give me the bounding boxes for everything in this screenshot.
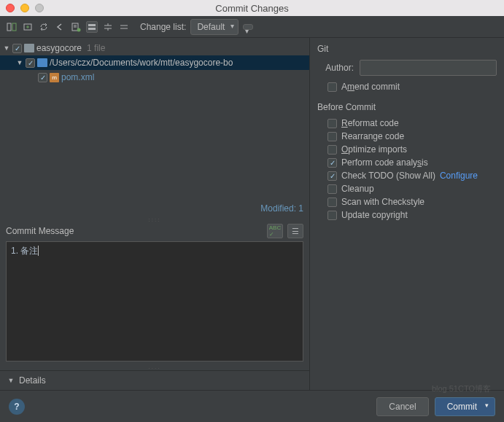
author-input[interactable] <box>360 60 497 76</box>
move-to-changelist-icon[interactable] <box>22 21 34 33</box>
before-commit-option[interactable]: Reformat code <box>327 118 497 128</box>
refresh-icon[interactable] <box>38 21 50 33</box>
amend-commit-label: Amend commit <box>341 82 400 92</box>
commit-message-input[interactable]: 1. 备注 <box>6 241 303 362</box>
checkbox[interactable] <box>26 58 35 68</box>
checkbox[interactable] <box>327 211 337 220</box>
collapse-all-icon[interactable] <box>118 21 130 33</box>
before-commit-option[interactable]: Rearrange code <box>327 131 497 141</box>
chevron-down-icon: ▼ <box>7 377 15 384</box>
modified-count: Modified: 1 <box>0 200 309 216</box>
details-toggle[interactable]: ▼ Details <box>0 370 309 390</box>
tree-path-row[interactable]: ▼ /Users/czx/Documents/work/mtt/easygoco… <box>0 55 309 70</box>
checkbox[interactable] <box>327 145 337 155</box>
tree-label: pom.xml <box>61 72 94 82</box>
toolbar: Change list: Default <box>0 16 504 38</box>
show-diff-icon[interactable] <box>6 21 18 33</box>
expand-toggle-icon[interactable]: ▼ <box>3 44 10 52</box>
svg-point-4 <box>77 28 81 31</box>
tree-meta: 1 file <box>87 43 105 53</box>
git-section-title: Git <box>317 44 497 54</box>
history-icon[interactable]: ☰ <box>287 224 303 238</box>
before-commit-option[interactable]: Perform code analysis <box>327 157 497 168</box>
option-label: Scan with Checkstyle <box>341 197 424 207</box>
folder-icon <box>24 44 34 52</box>
option-label: Check TODO (Show All) <box>341 171 435 181</box>
folder-icon <box>37 58 47 67</box>
checkbox[interactable] <box>327 132 337 141</box>
left-panel: ▼ easygocore 1 file ▼ /Users/czx/Documen… <box>0 38 310 390</box>
author-label: Author: <box>317 63 354 73</box>
checkbox[interactable] <box>12 44 22 53</box>
before-commit-option[interactable]: Cleanup <box>327 184 497 194</box>
changelist-select[interactable]: Default <box>190 19 239 35</box>
cancel-button[interactable]: Cancel <box>376 397 428 416</box>
help-icon[interactable]: ? <box>9 399 25 415</box>
right-panel: Git Author: Amend commit Before Commit R… <box>310 38 504 390</box>
before-commit-title: Before Commit <box>317 102 497 112</box>
changelist-actions-dropdown[interactable] <box>243 24 253 30</box>
checkbox[interactable] <box>327 119 337 128</box>
tree-label: easygocore <box>36 43 82 53</box>
maven-file-icon: m <box>50 73 59 82</box>
spellcheck-icon[interactable]: ABC✓ <box>267 224 283 238</box>
checkbox[interactable] <box>327 171 337 181</box>
changelist-label: Change list: <box>140 22 186 32</box>
window-title: Commit Changes <box>0 3 504 14</box>
revert-icon[interactable] <box>54 21 66 33</box>
before-commit-option[interactable]: Update copyright <box>327 210 497 220</box>
option-label: Cleanup <box>341 184 374 194</box>
svg-rect-1 <box>12 23 16 31</box>
svg-rect-0 <box>7 23 11 31</box>
tree-label: /Users/czx/Documents/work/mtt/easygocore… <box>50 58 233 68</box>
footer: ? Cancel Commit <box>0 390 504 422</box>
commit-message-label: Commit Message <box>6 226 74 236</box>
checkbox[interactable] <box>327 82 337 92</box>
titlebar: Commit Changes <box>0 0 504 16</box>
tree-file-row[interactable]: m pom.xml <box>0 70 309 85</box>
group-by-directory-icon[interactable] <box>86 21 98 33</box>
watermark: blog 51CTO博客 <box>432 383 491 394</box>
commit-button[interactable]: Commit <box>435 397 495 416</box>
option-label: Optimize imports <box>341 144 407 155</box>
configure-link[interactable]: Configure <box>440 171 478 181</box>
expand-toggle-icon[interactable]: ▼ <box>16 59 23 66</box>
svg-rect-6 <box>88 28 96 30</box>
option-label: Update copyright <box>341 210 408 220</box>
tree-root-row[interactable]: ▼ easygocore 1 file <box>0 41 309 55</box>
before-commit-option[interactable]: Optimize imports <box>327 144 497 155</box>
expand-all-icon[interactable] <box>102 21 114 33</box>
before-commit-option[interactable]: Scan with Checkstyle <box>327 197 497 207</box>
new-changelist-icon[interactable] <box>70 21 82 33</box>
checkbox[interactable] <box>327 184 337 194</box>
changes-tree[interactable]: ▼ easygocore 1 file ▼ /Users/czx/Documen… <box>0 38 309 87</box>
checkbox[interactable] <box>327 198 337 207</box>
checkbox[interactable] <box>327 158 337 168</box>
before-commit-option[interactable]: Check TODO (Show All) Configure <box>327 171 497 181</box>
option-label: Reformat code <box>341 118 399 128</box>
option-label: Rearrange code <box>341 131 404 141</box>
checkbox[interactable] <box>38 73 47 82</box>
svg-rect-5 <box>88 24 96 26</box>
option-label: Perform code analysis <box>341 157 428 168</box>
